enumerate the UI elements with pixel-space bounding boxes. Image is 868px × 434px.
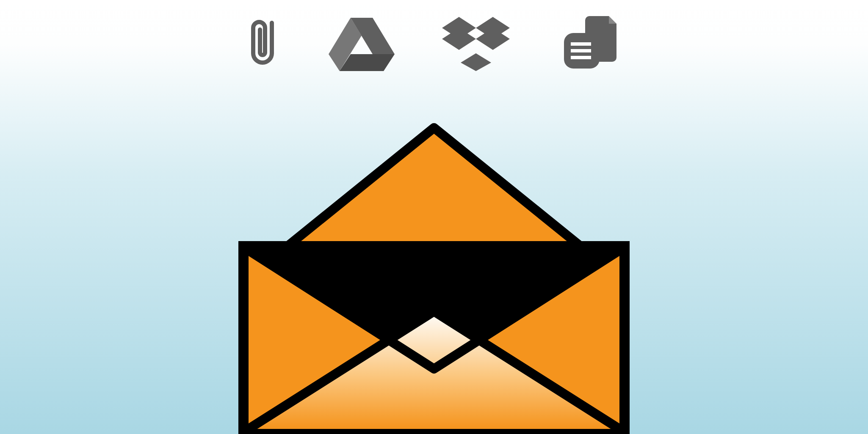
svg-rect-10 [571, 42, 591, 46]
envelope-back-flap [238, 56, 630, 434]
svg-rect-11 [571, 49, 591, 52]
svg-marker-8 [609, 16, 616, 24]
svg-marker-6 [476, 28, 510, 50]
stage: Call Request Template DOCX [0, 0, 868, 434]
svg-marker-13 [287, 128, 581, 246]
svg-marker-5 [442, 28, 476, 50]
